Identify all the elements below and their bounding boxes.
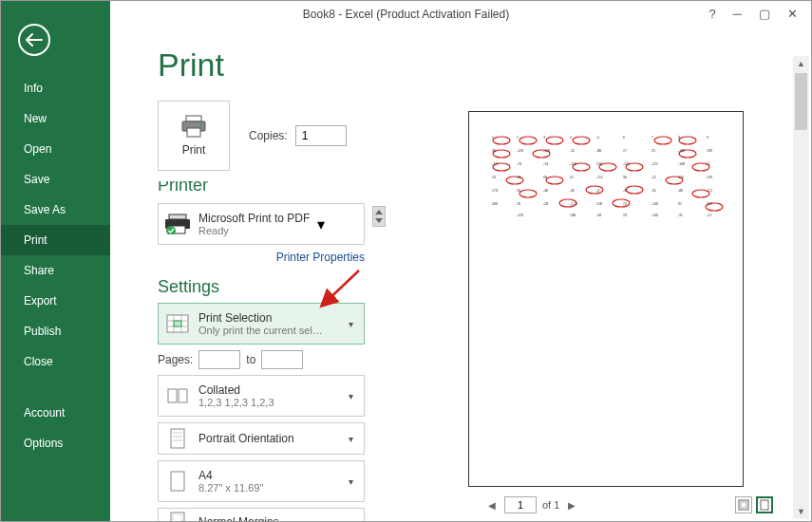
- svg-text:-221: -221: [651, 162, 658, 166]
- chevron-down-icon: ▾: [349, 517, 358, 523]
- sidebar-item-open[interactable]: Open: [1, 134, 110, 164]
- printer-status-icon: [164, 214, 191, 234]
- sidebar-item-print[interactable]: Print: [1, 225, 110, 255]
- svg-text:158: 158: [596, 202, 602, 206]
- svg-text:1: 1: [492, 136, 494, 140]
- svg-text:-140: -140: [651, 214, 658, 217]
- svg-text:224: 224: [707, 202, 712, 206]
- svg-rect-16: [171, 429, 184, 448]
- printer-selector[interactable]: Microsoft Print to PDF Ready ▾: [158, 203, 365, 245]
- sidebar-item-publish[interactable]: Publish: [1, 316, 110, 346]
- margins-selector[interactable]: Normal Margins ▾: [158, 508, 365, 522]
- svg-text:-242: -242: [623, 162, 630, 166]
- sidebar-item-new[interactable]: New: [1, 103, 110, 134]
- svg-rect-14: [168, 389, 177, 402]
- svg-text:10: 10: [492, 176, 496, 179]
- chevron-down-icon: ▾: [349, 391, 358, 401]
- svg-text:51: 51: [707, 162, 710, 166]
- svg-text:8: 8: [678, 136, 680, 140]
- sidebar-item-account[interactable]: Account: [1, 398, 110, 428]
- svg-text:-33: -33: [596, 214, 601, 217]
- svg-text:-3: -3: [596, 189, 599, 193]
- svg-text:6: 6: [623, 136, 625, 140]
- pages-to-input[interactable]: [261, 350, 303, 369]
- pages-from-input[interactable]: [198, 350, 240, 369]
- svg-rect-4: [169, 214, 186, 219]
- portrait-icon: [164, 425, 191, 452]
- settings-scrollbar[interactable]: [372, 206, 386, 227]
- window-title: Book8 - Excel (Product Activation Failed…: [303, 8, 509, 21]
- svg-text:-1.7: -1.7: [707, 214, 712, 217]
- maximize-button[interactable]: ▢: [759, 7, 770, 21]
- svg-text:26: 26: [517, 202, 520, 206]
- svg-rect-15: [179, 389, 187, 402]
- page-total-label: of 1: [542, 499, 559, 511]
- sidebar-item-save-as[interactable]: Save As: [1, 195, 110, 225]
- print-button[interactable]: Print: [158, 101, 230, 171]
- svg-text:-2.5: -2.5: [707, 189, 712, 193]
- svg-rect-110: [761, 500, 768, 510]
- paper-sub: 8.27" x 11.69": [198, 482, 341, 494]
- collation-title: Collated: [198, 383, 341, 397]
- collation-selector[interactable]: Collated 1,2,3 1,2,3 1,2,3 ▾: [158, 375, 365, 417]
- paper-size-selector[interactable]: A4 8.27" x 11.69" ▾: [158, 460, 365, 502]
- svg-text:-128: -128: [543, 149, 550, 153]
- sidebar-item-options[interactable]: Options: [1, 428, 110, 458]
- svg-text:-148: -148: [678, 162, 685, 166]
- margins-icon: [738, 499, 749, 511]
- svg-point-24: [519, 137, 537, 144]
- svg-point-25: [546, 137, 563, 144]
- show-margins-button[interactable]: [735, 496, 752, 513]
- svg-point-28: [679, 137, 696, 144]
- printer-properties-link[interactable]: Printer Properties: [158, 251, 365, 264]
- svg-text:249: 249: [707, 176, 712, 179]
- svg-text:-73: -73: [517, 162, 521, 166]
- svg-text:68: 68: [543, 176, 547, 179]
- sidebar-item-export[interactable]: Export: [1, 286, 110, 316]
- minimize-button[interactable]: ─: [733, 7, 742, 21]
- grid-selection-icon: [164, 310, 191, 337]
- orientation-selector[interactable]: Portrait Orientation ▾: [158, 422, 365, 455]
- copies-label: Copies:: [249, 129, 288, 142]
- svg-text:-22: -22: [651, 176, 656, 179]
- settings-heading: Settings: [158, 277, 400, 297]
- copies-input[interactable]: [295, 125, 347, 146]
- svg-point-26: [573, 137, 590, 144]
- svg-text:27: 27: [623, 149, 627, 153]
- sidebar-item-save[interactable]: Save: [1, 164, 110, 195]
- page-number-input[interactable]: [504, 496, 537, 513]
- svg-text:26: 26: [623, 214, 627, 217]
- svg-point-3: [200, 123, 202, 125]
- sidebar-item-info[interactable]: Info: [1, 73, 110, 103]
- print-button-label: Print: [182, 143, 206, 157]
- arrow-left-icon: [26, 33, 43, 47]
- paper-title: A4: [198, 469, 341, 482]
- prev-page-button[interactable]: ◀: [485, 498, 499, 512]
- svg-rect-13: [174, 321, 181, 326]
- zoom-to-page-button[interactable]: [756, 496, 773, 513]
- chevron-down-icon: ▾: [349, 319, 358, 329]
- main-scrollbar[interactable]: ▲ ▼: [793, 56, 809, 519]
- back-button[interactable]: [18, 24, 50, 56]
- svg-text:7: 7: [651, 136, 653, 140]
- print-scope-selector[interactable]: Print Selection Only print the current s…: [158, 303, 365, 345]
- printer-name: Microsoft Print to PDF: [198, 212, 310, 225]
- help-button[interactable]: ?: [709, 7, 716, 21]
- backstage-sidebar: Info New Open Save Save As Print Share E…: [1, 1, 110, 521]
- svg-text:-211: -211: [596, 176, 603, 179]
- printer-heading: Printer: [158, 180, 400, 197]
- close-button[interactable]: ✕: [787, 7, 798, 21]
- svg-text:-136: -136: [678, 149, 685, 153]
- svg-rect-0: [186, 116, 201, 121]
- next-page-button[interactable]: ▶: [565, 498, 578, 512]
- svg-text:24: 24: [623, 202, 627, 206]
- svg-text:3: 3: [543, 136, 545, 140]
- sidebar-item-share[interactable]: Share: [1, 255, 110, 286]
- printer-icon: [180, 115, 207, 138]
- svg-text:26: 26: [517, 189, 520, 193]
- svg-text:96: 96: [623, 176, 627, 179]
- collation-sub: 1,2,3 1,2,3 1,2,3: [198, 397, 341, 408]
- svg-rect-2: [187, 128, 200, 137]
- svg-text:-85: -85: [517, 176, 521, 179]
- sidebar-item-close[interactable]: Close: [1, 346, 110, 377]
